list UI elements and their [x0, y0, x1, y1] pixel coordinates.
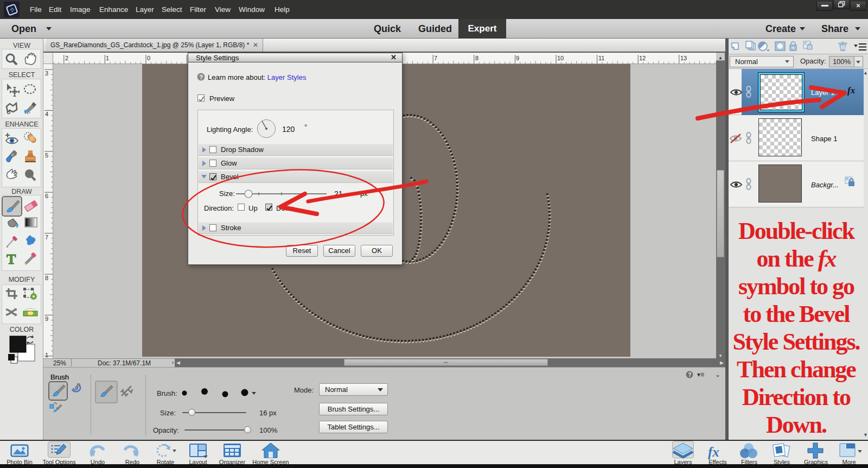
svg-text:?: ? [688, 372, 691, 378]
svg-text:fx: fx [708, 445, 719, 459]
svg-text:?: ? [200, 74, 203, 80]
svg-text:T: T [7, 251, 16, 267]
